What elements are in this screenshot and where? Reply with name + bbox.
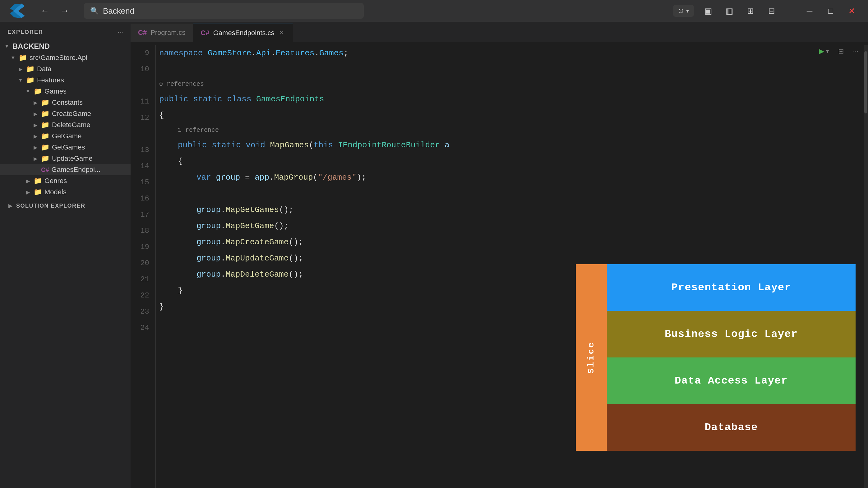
- split-editor-button[interactable]: ⊞: [835, 45, 847, 57]
- close-button[interactable]: ✕: [845, 4, 859, 18]
- line-num-10: 10: [131, 61, 149, 77]
- code-line-12: {: [159, 107, 864, 123]
- tree-label-deleteGame: DeleteGame: [52, 121, 90, 129]
- sidebar-title: EXPLORER: [7, 29, 43, 35]
- search-icon: 🔍: [90, 7, 98, 15]
- line-num-11a: [131, 77, 149, 94]
- tab-gamesEndpoints[interactable]: C# GamesEndpoints.cs ✕: [193, 24, 293, 42]
- tree-item-updateGame[interactable]: ▶ 📁 UpdateGame: [0, 153, 131, 164]
- search-bar[interactable]: 🔍 Backend: [84, 3, 364, 19]
- tree-arrow-getGame: ▶: [32, 133, 38, 139]
- title-bar: ← → 🔍 Backend ⊙ ▾ ▣ ▥ ⊞ ⊟ ─ □ ✕: [0, 0, 868, 22]
- tree-item-features[interactable]: ▼ 📁 Features: [0, 75, 131, 86]
- ns-gamestore: GameStore: [208, 45, 251, 61]
- line-num-14: 14: [131, 158, 149, 174]
- folder-icon-createGame: 📁: [41, 110, 50, 118]
- run-button[interactable]: ▶ ▾: [816, 45, 832, 57]
- tree-item-src[interactable]: ▼ 📁 src\GameStore.Api: [0, 52, 131, 63]
- folder-icon-data: 📁: [26, 65, 34, 73]
- tab-label-gamesEndpoints: GamesEndpoints.cs: [213, 29, 275, 37]
- tab-program[interactable]: C# Program.cs: [131, 24, 193, 42]
- title-bar-right: ⊙ ▾ ▣ ▥ ⊞ ⊟ ─ □ ✕: [673, 4, 859, 18]
- tree-item-createGame[interactable]: ▶ 📁 CreateGame: [0, 108, 131, 119]
- tree-label-features: Features: [37, 76, 64, 84]
- folder-icon-updateGame: 📁: [41, 155, 50, 163]
- tree-label-constants: Constants: [52, 99, 83, 107]
- code-line-18: group.MapGetGame();: [159, 218, 864, 234]
- code-line-9: namespace GameStore.Api.Features.Games;: [159, 45, 864, 61]
- tree-label-getGame: GetGame: [52, 132, 82, 140]
- tree-arrow-models: ▶: [25, 189, 31, 195]
- tree-label-getGames: GetGames: [52, 143, 85, 151]
- sidebar-header: EXPLORER ···: [0, 22, 131, 40]
- vertical-scrollbar[interactable]: [864, 45, 868, 488]
- sidebar: EXPLORER ··· ▼ BACKEND ▼ 📁 src\GameStore…: [0, 22, 131, 488]
- nav-buttons: ← →: [38, 4, 71, 18]
- diagram-slice-label: Slice: [583, 341, 599, 373]
- nav-forward-button[interactable]: →: [58, 4, 71, 18]
- tree-item-getGame[interactable]: ▶ 📁 GetGame: [0, 131, 131, 142]
- maximize-button[interactable]: □: [824, 4, 838, 18]
- customize-button[interactable]: ⊟: [765, 4, 778, 18]
- code-line-11: public static class GamesEndpoints: [159, 91, 864, 107]
- code-line-19: group.MapCreateGame();: [159, 234, 864, 250]
- sidebar-more-button[interactable]: ···: [118, 28, 123, 36]
- tree-item-constants[interactable]: ▶ 📁 Constants: [0, 97, 131, 108]
- layer-presentation: Presentation Layer: [607, 264, 856, 311]
- editor-toolbar: ▶ ▾ ⊞ ···: [810, 42, 868, 61]
- more-actions-button[interactable]: ···: [850, 45, 862, 57]
- panel-toggle-button[interactable]: ▥: [722, 4, 736, 18]
- search-text: Backend: [103, 6, 134, 16]
- tree-arrow-getGames: ▶: [32, 144, 38, 151]
- tree-item-getGames[interactable]: ▶ 📁 GetGames: [0, 142, 131, 153]
- copilot-icon: ⊙: [678, 7, 684, 15]
- code-editor: 9 10 11 12 13 14 15 16 17 18 19 20 21 22…: [131, 42, 868, 488]
- tree-label-data: Data: [37, 65, 51, 73]
- diagram-layers: Presentation Layer Business Logic Layer …: [607, 264, 856, 451]
- line-num-17: 17: [131, 207, 149, 223]
- code-line-17: group.MapGetGames();: [159, 202, 864, 218]
- tree-label-games: Games: [44, 87, 66, 95]
- tree-item-data[interactable]: ▶ 📁 Data: [0, 63, 131, 75]
- tree-item-genres[interactable]: ▶ 📁 Genres: [0, 175, 131, 187]
- layer-database: Database: [607, 404, 856, 451]
- layout-button[interactable]: ⊞: [744, 4, 757, 18]
- tree-item-models[interactable]: ▶ 📁 Models: [0, 187, 131, 198]
- line-num-24: 24: [131, 320, 149, 336]
- folder-icon-genres: 📁: [34, 177, 42, 185]
- folder-icon-getGames: 📁: [41, 143, 50, 151]
- folder-icon-games: 📁: [34, 87, 42, 95]
- kw-namespace: namespace: [159, 45, 203, 61]
- line-num-18: 18: [131, 223, 149, 239]
- tree-label-genres: Genres: [44, 177, 67, 185]
- tree-arrow-src: ▼: [10, 55, 16, 61]
- tree-item-deleteGame[interactable]: ▶ 📁 DeleteGame: [0, 119, 131, 131]
- csharp-icon-program-tab: C#: [138, 29, 147, 37]
- tab-bar: C# Program.cs C# GamesEndpoints.cs ✕: [131, 22, 868, 42]
- tree-label-updateGame: UpdateGame: [52, 155, 93, 163]
- layer-data-access: Data Access Layer: [607, 357, 856, 404]
- line-num-11: 11: [131, 94, 149, 110]
- tree-item-gamesEndpoints[interactable]: ▶ C# GamesEndpoi...: [0, 164, 131, 175]
- copilot-button[interactable]: ⊙ ▾: [673, 5, 694, 17]
- tree-arrow-constants: ▶: [32, 100, 38, 106]
- layer-database-label: Database: [705, 419, 757, 435]
- tab-close-button[interactable]: ✕: [278, 30, 285, 36]
- minimize-button[interactable]: ─: [803, 4, 816, 18]
- sidebar-toggle-button[interactable]: ▣: [701, 4, 715, 18]
- solution-explorer-section[interactable]: ▶ SOLUTION EXPLORER: [0, 198, 131, 214]
- csharp-icon-gamesEndpoints-tab: C#: [201, 29, 210, 37]
- tree-label-models: Models: [44, 188, 66, 196]
- tree-root-backend[interactable]: ▼ BACKEND: [0, 40, 131, 52]
- tree-arrow-deleteGame: ▶: [32, 122, 38, 128]
- scrollbar-thumb[interactable]: [864, 51, 867, 113]
- folder-icon-models: 📁: [34, 188, 42, 196]
- tree-item-games[interactable]: ▼ 📁 Games: [0, 86, 131, 97]
- nav-back-button[interactable]: ←: [38, 4, 52, 18]
- tree-label-src: src\GameStore.Api: [30, 54, 87, 62]
- layer-business-label: Business Logic Layer: [665, 326, 798, 342]
- line-num-21: 21: [131, 271, 149, 288]
- layer-data-access-label: Data Access Layer: [675, 373, 788, 389]
- tree-arrow-backend: ▼: [4, 43, 10, 49]
- code-line-14: {: [159, 153, 864, 169]
